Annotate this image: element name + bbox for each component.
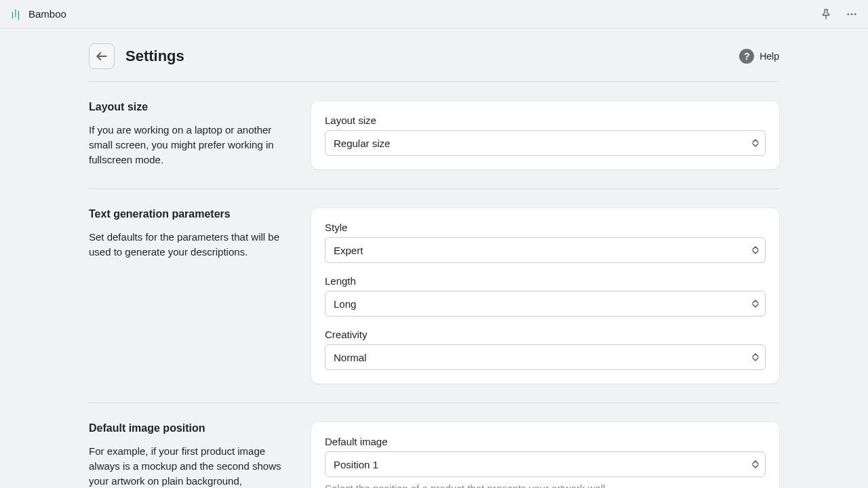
style-select[interactable]: Expert: [325, 237, 766, 263]
creativity-select[interactable]: Normal: [325, 344, 766, 370]
length-select[interactable]: Long: [325, 291, 766, 317]
field-label: Length: [325, 275, 766, 287]
card-default-image: Default image Position 1 Select the posi…: [311, 422, 779, 488]
section-title: Layout size: [89, 101, 295, 113]
card-layout-size: Layout size Regular size: [311, 101, 779, 169]
field-help: Select the position of a product that pr…: [325, 483, 766, 488]
pin-icon[interactable]: [819, 7, 833, 21]
section-desc: Set defaults for the parameters that wil…: [89, 230, 295, 260]
section-desc: If you are working on a laptop or anothe…: [89, 123, 295, 167]
section-desc: For example, if your first product image…: [89, 444, 295, 488]
help-icon: ?: [739, 49, 754, 64]
page-title: Settings: [125, 47, 184, 65]
topbar-left: Bamboo: [9, 8, 66, 20]
help-link[interactable]: ? Help: [739, 49, 779, 64]
topbar-right: [819, 7, 859, 21]
app-logo-icon: [9, 8, 22, 20]
default-image-select[interactable]: Position 1: [325, 451, 766, 477]
section-title: Text generation parameters: [89, 208, 295, 220]
field-label: Creativity: [325, 329, 766, 340]
field-label: Default image: [325, 436, 766, 447]
app-name: Bamboo: [28, 8, 66, 20]
field-label: Style: [325, 222, 766, 233]
field-label: Layout size: [325, 115, 766, 126]
back-button[interactable]: [89, 43, 115, 69]
section-default-image-position: Default image position For example, if y…: [89, 403, 779, 488]
section-layout-size: Layout size If you are working on a lapt…: [89, 81, 779, 188]
layout-size-select[interactable]: Regular size: [325, 130, 766, 156]
svg-point-5: [851, 13, 853, 15]
section-title: Default image position: [89, 422, 295, 434]
section-text-generation: Text generation parameters Set defaults …: [89, 188, 779, 403]
more-icon[interactable]: [845, 7, 859, 21]
svg-point-6: [854, 13, 856, 15]
card-text-generation: Style Expert Length: [311, 208, 779, 384]
page-header: Settings ? Help: [89, 43, 779, 81]
topbar: Bamboo: [0, 0, 868, 28]
help-label: Help: [760, 51, 779, 62]
svg-point-4: [847, 13, 849, 15]
